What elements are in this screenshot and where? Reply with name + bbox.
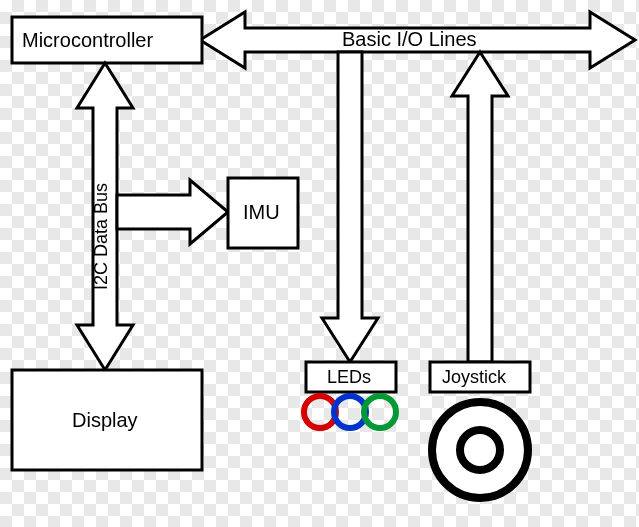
- display-label: Display: [72, 409, 138, 431]
- leds-arrow: [322, 52, 378, 362]
- io-lines-label: Basic I/O Lines: [342, 28, 477, 50]
- joystick-label: Joystick: [442, 367, 507, 387]
- leds-label: LEDs: [327, 367, 371, 387]
- imu-label: IMU: [243, 201, 280, 223]
- joystick-inner: [460, 430, 500, 470]
- joystick-arrow: [452, 52, 508, 362]
- i2c-to-imu-arrow: [117, 180, 228, 244]
- block-diagram: Basic I/O Lines Microcontroller I2C Data…: [0, 0, 639, 527]
- microcontroller-label: Microcontroller: [22, 29, 153, 51]
- i2c-label: I2C Data Bus: [91, 183, 111, 290]
